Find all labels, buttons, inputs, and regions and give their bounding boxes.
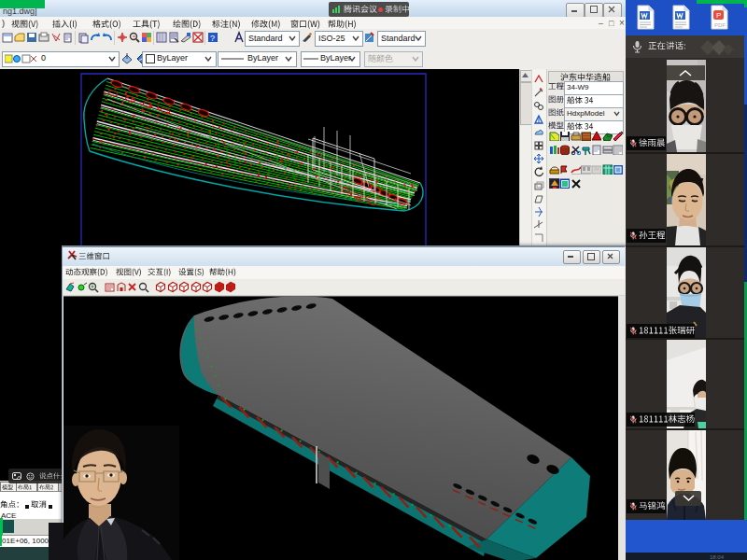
svg-text:PDF: PDF	[714, 22, 726, 28]
svg-text:?: ?	[210, 34, 215, 43]
svg-text:P: P	[716, 11, 721, 20]
